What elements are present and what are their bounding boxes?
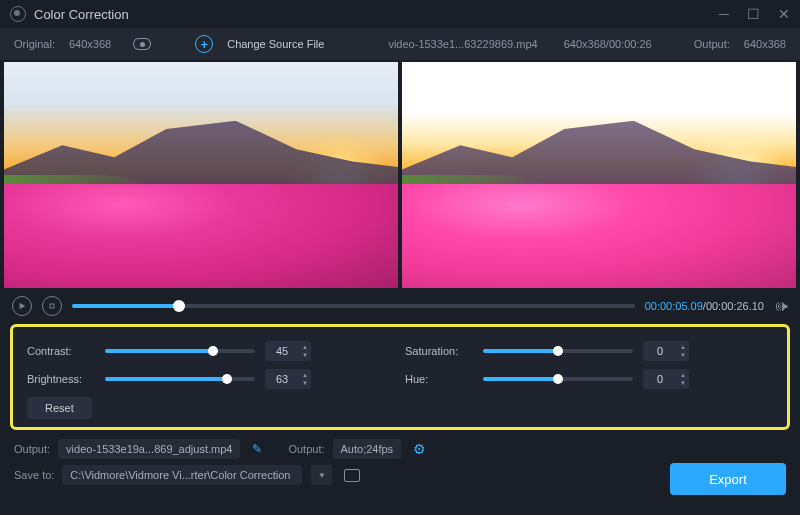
output-file-label: Output: [14,443,50,455]
brightness-input[interactable]: 63 ▲▼ [265,369,311,389]
brightness-control: Brightness: 63 ▲▼ [27,369,395,389]
source-filename: video-1533e1...63229869.mp4 [388,38,537,50]
chevron-down-icon[interactable]: ▼ [299,379,311,387]
timeline-track[interactable] [72,304,635,308]
saturation-input[interactable]: 0 ▲▼ [643,341,689,361]
hue-control: Hue: 0 ▲▼ [405,369,773,389]
chevron-up-icon[interactable]: ▲ [677,343,689,351]
chevron-up-icon[interactable]: ▲ [299,371,311,379]
chevron-down-icon[interactable]: ▼ [677,379,689,387]
brightness-slider[interactable] [105,377,255,381]
eye-icon[interactable] [133,38,151,50]
preview-original [4,62,398,288]
timeline-fill [72,304,179,308]
chevron-down-icon[interactable]: ▼ [299,351,311,359]
color-controls-panel: Contrast: 45 ▲▼ Saturation: 0 ▲▼ Brightn… [10,324,790,430]
original-label: Original: [14,38,55,50]
contrast-input[interactable]: 45 ▲▼ [265,341,311,361]
output-filename: video-1533e19a...869_adjust.mp4 [58,439,240,459]
time-current: 00:00:05.09 [645,300,703,312]
titlebar: Color Correction ─ ☐ ✕ [0,0,800,28]
close-button[interactable]: ✕ [778,6,790,22]
original-dims: 640x368 [69,38,111,50]
edit-output-name-icon[interactable]: ✎ [252,442,262,456]
time-readout: 00:00:05.09/00:00:26.10 [645,300,764,312]
saturation-label: Saturation: [405,345,473,357]
contrast-control: Contrast: 45 ▲▼ [27,341,395,361]
chevron-up-icon[interactable]: ▲ [677,371,689,379]
add-source-icon[interactable]: + [195,35,213,53]
output-settings: Auto;24fps [333,439,402,459]
export-button[interactable]: Export [670,463,786,495]
change-source-button[interactable]: Change Source File [227,38,324,50]
preview-adjusted [402,62,796,288]
volume-icon[interactable]: 🕪 [774,298,788,314]
maximize-button[interactable]: ☐ [747,6,760,22]
stop-button[interactable] [42,296,62,316]
window-title: Color Correction [34,7,129,22]
saveto-dropdown[interactable]: ▼ [310,465,332,485]
timeline-bar: 00:00:05.09/00:00:26.10 🕪 [0,288,800,324]
chevron-down-icon[interactable]: ▼ [677,351,689,359]
settings-gear-icon[interactable]: ⚙ [413,441,426,457]
hue-input[interactable]: 0 ▲▼ [643,369,689,389]
source-dims-duration: 640x368/00:00:26 [564,38,652,50]
saturation-slider[interactable] [483,349,633,353]
timeline-thumb[interactable] [173,300,185,312]
hue-label: Hue: [405,373,473,385]
output-dims: 640x368 [744,38,786,50]
saveto-path: C:\Vidmore\Vidmore Vi...rter\Color Corre… [62,465,302,485]
app-icon [10,6,26,22]
reset-button[interactable]: Reset [27,397,92,419]
svg-marker-0 [20,303,26,309]
preview-area [0,60,800,288]
minimize-button[interactable]: ─ [719,6,729,22]
contrast-slider[interactable] [105,349,255,353]
output-settings-label: Output: [288,443,324,455]
svg-rect-1 [50,304,54,308]
brightness-label: Brightness: [27,373,95,385]
browse-folder-icon[interactable] [344,469,360,482]
hue-slider[interactable] [483,377,633,381]
output-label: Output: [694,38,730,50]
contrast-label: Contrast: [27,345,95,357]
saveto-label: Save to: [14,469,54,481]
saturation-control: Saturation: 0 ▲▼ [405,341,773,361]
chevron-up-icon[interactable]: ▲ [299,343,311,351]
info-bar: Original: 640x368 + Change Source File v… [0,28,800,60]
time-total: 00:00:26.10 [706,300,764,312]
play-button[interactable] [12,296,32,316]
